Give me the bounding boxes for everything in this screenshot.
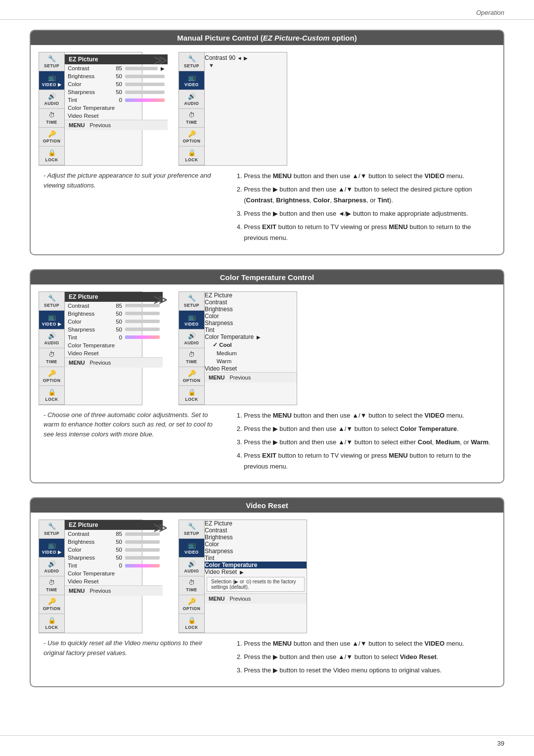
sidebar-setup-right-s1[interactable]: 🔧 SETUP xyxy=(179,52,204,71)
s3-r-tint: Tint xyxy=(205,555,307,562)
sidebar-lock-rs3[interactable]: 🔒 LOCK xyxy=(179,614,204,633)
s2-r-colortemp: Color Temperature ▶ xyxy=(205,333,297,340)
s2-right-header: EZ Picture xyxy=(205,292,297,299)
setup-icon-s1: 🔧 xyxy=(48,55,56,62)
section3-steps: Press the MENU button and then use ▲/▼ b… xyxy=(230,638,495,678)
sidebar-setup-s2[interactable]: 🔧 SETUP xyxy=(39,292,64,311)
sidebar-right-s3: 🔧 SETUP 📺 VIDEO 🔊 AUDIO ⏱ xyxy=(179,520,205,633)
s3-menu-bottom: MENU Previous xyxy=(65,585,163,596)
section-manual-picture: Manual Picture Control (EZ Picture-Custo… xyxy=(30,30,504,255)
sidebar-lock-rs2[interactable]: 🔒 LOCK xyxy=(179,386,204,405)
sidebar-lock-s3[interactable]: 🔒 LOCK xyxy=(39,614,64,633)
sidebar-audio-rs2[interactable]: 🔊 AUDIO xyxy=(179,330,204,348)
page-footer: 39 xyxy=(0,735,534,751)
sidebar-time-rs3[interactable]: ⏱ TIME xyxy=(179,576,204,595)
s2-tint: Tint 0 xyxy=(65,333,163,341)
section2-bottom: - Choose one of three automatic color ad… xyxy=(31,405,503,474)
sidebar-setup-s1[interactable]: 🔧 SETUP xyxy=(39,52,64,71)
sidebar-right-s1: 🔧 SETUP 📺 VIDEO 🔊 AUDIO ⏱ xyxy=(179,52,205,165)
section3-title: Video Reset xyxy=(31,498,503,513)
sidebar-option-right-s1[interactable]: 🔑 OPTION xyxy=(179,128,204,146)
step2-s3: Press the ▶ button and then use ▲/▼ butt… xyxy=(244,652,495,662)
section-label: Operation xyxy=(476,9,504,16)
sidebar-s1: 🔧 SETUP 📺 VIDEO ▶ 🔊 AUDIO ⏱ TIME xyxy=(39,52,65,165)
arrow-s3: ≫ xyxy=(148,520,173,536)
section3-bottom: - Use to quickly reset all the Video men… xyxy=(31,633,503,678)
s3-r-brightness: Brightness xyxy=(205,534,307,541)
s2-r-videoreset: Video Reset xyxy=(205,365,297,372)
sidebar-s3: 🔧 SETUP 📺 VIDEO ▶ 🔊 AUDIO ⏱ xyxy=(39,520,65,633)
menu-item-brightness-s1: Brightness 50 xyxy=(65,72,168,80)
menu-item-sharpness-s1: Sharpness 50 xyxy=(65,88,168,96)
section2-desc: - Choose one of three automatic color ad… xyxy=(39,410,222,474)
s2-submenu-warm: Warm xyxy=(205,357,297,365)
step1-s1: Press the MENU button and then use ▲/▼ b… xyxy=(244,171,495,182)
s3-tint: Tint 0 xyxy=(65,562,163,569)
s3-videoreset: Video Reset xyxy=(65,577,163,585)
s2-menu-content: EZ Picture Contrast 85 Brightness 50 xyxy=(65,292,163,405)
s2-r-contrast: Contrast xyxy=(205,299,297,306)
sidebar-option-s1[interactable]: 🔑 OPTION xyxy=(39,128,64,146)
s2-colortemp: Color Temperature xyxy=(65,341,163,349)
right-menu-content-s1: Contrast 90 ◄ ▶ ▼ xyxy=(205,52,287,165)
audio-icon-s1: 🔊 xyxy=(48,93,56,100)
sidebar-setup-s3[interactable]: 🔧 SETUP xyxy=(39,520,64,539)
sidebar-lock-right-s1[interactable]: 🔒 LOCK xyxy=(179,146,204,165)
main-content: Manual Picture Control (EZ Picture-Custo… xyxy=(0,20,534,711)
section2-left-menu: 🔧 SETUP 📺 VIDEO ▶ 🔊 AUDIO ⏱ xyxy=(39,291,142,405)
sidebar-option-rs3[interactable]: 🔑 OPTION xyxy=(179,595,204,614)
sidebar-time-right-s1[interactable]: ⏱ TIME xyxy=(179,109,204,128)
sidebar-video-s3[interactable]: 📺 VIDEO ▶ xyxy=(39,539,64,558)
section3-menus: 🔧 SETUP 📺 VIDEO ▶ 🔊 AUDIO ⏱ xyxy=(31,520,503,633)
menu-bottom-s1: MENU Previous xyxy=(65,120,168,130)
menu-body-s1: EZ Picture Contrast 85 ▶ Brightness 50 xyxy=(65,52,142,132)
sidebar-audio-s2[interactable]: 🔊 AUDIO xyxy=(39,330,64,348)
s2-menu-bottom: MENU Previous xyxy=(65,357,163,368)
s2-submenu-cool: Cool xyxy=(205,340,297,349)
page-header: Operation xyxy=(0,0,534,20)
sidebar-video-s1[interactable]: 📺 VIDEO ▶ xyxy=(39,71,64,90)
s3-right-bottom: MENU Previous xyxy=(205,593,307,604)
sidebar-lock-s2[interactable]: 🔒 LOCK xyxy=(39,386,64,405)
s3-menu-content: EZ Picture Contrast 85 Brightness 50 xyxy=(65,520,163,633)
sidebar-video-rs3[interactable]: 📺 VIDEO xyxy=(179,539,204,558)
s3-r-contrast: Contrast xyxy=(205,527,307,534)
s2-right-inner: 🔧 SETUP 📺 VIDEO 🔊 AUDIO ⏱ xyxy=(179,292,297,405)
sidebar-video-s2[interactable]: 📺 VIDEO ▶ xyxy=(39,311,64,330)
sidebar-time-s1[interactable]: ⏱ TIME xyxy=(39,109,64,128)
sidebar-video-right-s1[interactable]: 📺 VIDEO xyxy=(179,71,204,90)
arrow-s1: ≫ xyxy=(148,52,173,68)
sidebar-audio-rs3[interactable]: 🔊 AUDIO xyxy=(179,558,204,576)
sidebar-time-s3[interactable]: ⏱ TIME xyxy=(39,576,64,595)
sidebar-setup-rs3[interactable]: 🔧 SETUP xyxy=(179,520,204,539)
s2-r-sharpness: Sharpness xyxy=(205,320,297,327)
sidebar-audio-s1[interactable]: 🔊 AUDIO xyxy=(39,90,64,109)
lock-icon-s1: 🔒 xyxy=(48,149,56,156)
sidebar-time-s2[interactable]: ⏱ TIME xyxy=(39,348,64,367)
section2-right-menu: 🔧 SETUP 📺 VIDEO 🔊 AUDIO ⏱ xyxy=(178,291,297,405)
sidebar-audio-s3[interactable]: 🔊 AUDIO xyxy=(39,558,64,576)
s3-brightness: Brightness 50 xyxy=(65,538,163,546)
time-icon-s1: ⏱ xyxy=(48,111,55,119)
s3-colortemp: Color Temperature xyxy=(65,569,163,577)
sidebar-video-rs2[interactable]: 📺 VIDEO xyxy=(179,311,204,330)
s2-videoreset: Video Reset xyxy=(65,349,163,357)
s2-r-color: Color xyxy=(205,313,297,320)
s3-r-color: Color xyxy=(205,541,307,548)
sidebar-setup-rs2[interactable]: 🔧 SETUP xyxy=(179,292,204,311)
option-icon-s1: 🔑 xyxy=(48,130,56,138)
sidebar-option-s2[interactable]: 🔑 OPTION xyxy=(39,367,64,386)
section2-title: Color Temperature Control xyxy=(31,270,503,284)
s2-brightness: Brightness 50 xyxy=(65,310,163,318)
sidebar-option-s3[interactable]: 🔑 OPTION xyxy=(39,595,64,614)
sidebar-time-rs2[interactable]: ⏱ TIME xyxy=(179,348,204,367)
sidebar-audio-right-s1[interactable]: 🔊 AUDIO xyxy=(179,90,204,109)
s3-r-videoreset: Video Reset ▶ xyxy=(205,568,307,575)
menu-item-color-s1: Color 50 xyxy=(65,80,168,88)
s2-left-inner: 🔧 SETUP 📺 VIDEO ▶ 🔊 AUDIO ⏱ xyxy=(39,292,142,405)
section3-left-menu: 🔧 SETUP 📺 VIDEO ▶ 🔊 AUDIO ⏱ xyxy=(39,520,142,633)
menu-item-tint-s1: Tint 0 xyxy=(65,96,168,104)
sidebar-option-rs2[interactable]: 🔑 OPTION xyxy=(179,367,204,386)
s2-submenu-medium: Medium xyxy=(205,349,297,357)
sidebar-lock-s1[interactable]: 🔒 LOCK xyxy=(39,146,64,165)
